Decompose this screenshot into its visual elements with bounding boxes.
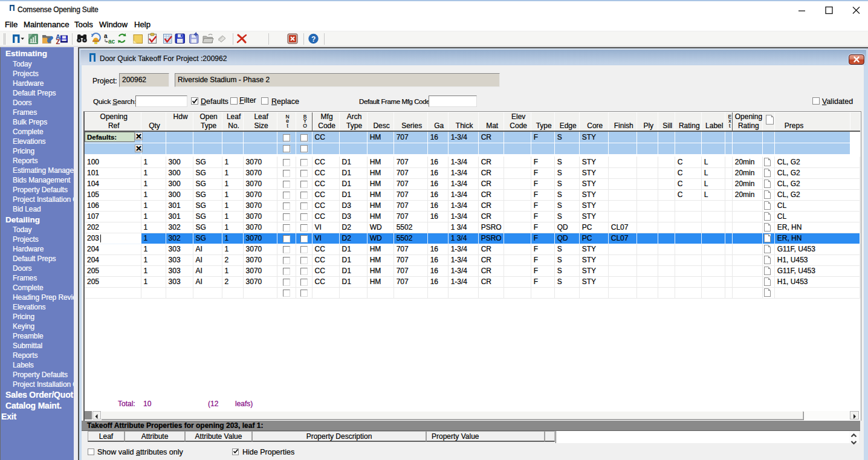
svg-text:ac: ac xyxy=(108,38,115,45)
svg-text:Z: Z xyxy=(56,38,60,45)
svg-text:a: a xyxy=(104,33,108,39)
svg-text:?: ? xyxy=(311,35,316,44)
